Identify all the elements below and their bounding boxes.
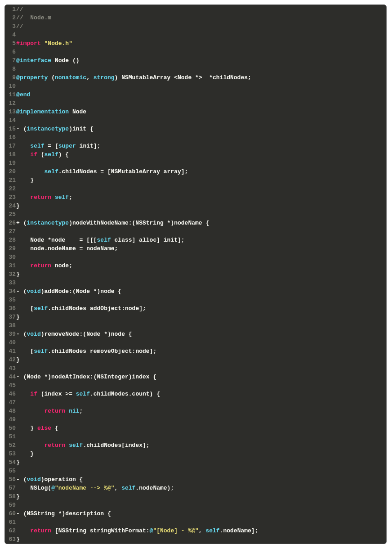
code-line: @interface Node () [16, 57, 79, 64]
code-line: @implementation Node [16, 108, 86, 115]
code-token: "Node.h" [45, 40, 72, 47]
code-token: } [16, 459, 20, 466]
code-token: ) NSMutableArray <Node *> *childNodes; [115, 74, 251, 81]
code-line: - (void)addNode:(Node *)node { [16, 288, 121, 295]
code-line: } else { [16, 425, 58, 432]
code-line: [self.childNodes removeObject:node]; [16, 348, 156, 355]
code-token: nonatomic [55, 74, 86, 81]
code-token: return [45, 408, 66, 414]
code-token: void [27, 288, 41, 295]
code-token: - (Node *)nodeAtIndex:(NSInteger)index { [16, 374, 156, 380]
code-token: self [205, 527, 219, 534]
code-token: ( [48, 74, 55, 81]
code-token [16, 143, 30, 149]
code-token: .nodeName); [135, 485, 174, 491]
code-token: if [30, 391, 37, 397]
code-token: ; [80, 408, 83, 414]
code-token [16, 527, 30, 534]
code-token [51, 194, 55, 201]
code-token: ) { [58, 151, 69, 158]
code-line: node.nodeName = nodeName; [16, 245, 118, 252]
code-token: .childNodes = [NSMutableArray array]; [58, 168, 188, 175]
code-token: } [16, 271, 20, 278]
code-line: // [16, 6, 23, 13]
code-token: @implementation [16, 108, 69, 115]
code-token: self [34, 348, 48, 355]
code-token: .nodeName]; [220, 527, 258, 534]
code-token: } [16, 493, 20, 500]
code-token: return [30, 194, 51, 201]
line-number-gutter: 1 2 3 4 5 6 7 8 9 10 11 12 13 14 15 16 1… [5, 5, 16, 544]
code-line: return node; [16, 262, 72, 269]
code-token: } [16, 314, 20, 320]
code-line: } [16, 450, 34, 457]
code-token: } [16, 177, 34, 184]
code-token [65, 442, 69, 449]
code-token: )removeNode:(Node *)node { [41, 331, 132, 338]
code-token: "nodeName --> %@" [55, 485, 115, 491]
code-content[interactable]: // // Node.m // #import "Node.h" @interf… [16, 5, 386, 544]
code-token: } [16, 450, 34, 457]
code-token: { [51, 425, 58, 432]
code-token: void [27, 331, 41, 338]
code-token: , [115, 485, 122, 491]
code-token: ( [37, 151, 45, 158]
code-token: strong [94, 74, 115, 81]
code-token [16, 391, 30, 397]
code-token: @interface [16, 57, 51, 64]
code-line: } [16, 177, 34, 184]
code-token: } [16, 356, 20, 363]
code-token: .childNodes.count) { [90, 391, 160, 397]
code-token: NSLog( [16, 485, 51, 491]
code-token: } [16, 536, 20, 543]
code-token [16, 442, 44, 449]
code-token: return [30, 527, 51, 534]
code-token: )nodeWithNodeName:(NSString *)nodeName { [69, 220, 209, 226]
code-line: } [16, 314, 20, 320]
code-token [65, 408, 69, 414]
code-token: if [30, 151, 37, 158]
code-token [16, 262, 30, 269]
code-token: } [16, 202, 20, 209]
code-token: #import [16, 40, 44, 47]
code-line: @end [16, 91, 30, 98]
code-token: return [30, 262, 51, 269]
code-token: , [199, 527, 206, 534]
code-line: - (void)removeNode:(Node *)node { [16, 331, 132, 338]
code-token: Node *node = [[[ [16, 237, 97, 243]
code-line: Node *node = [[[self class] alloc] init]… [16, 237, 184, 243]
code-token: class] alloc] init]; [111, 237, 185, 243]
code-line: return self.childNodes[index]; [16, 442, 150, 449]
code-token: self [97, 237, 111, 243]
code-token: // [16, 6, 23, 13]
code-token: .childNodes removeObject:node]; [48, 348, 156, 355]
code-token: (index >= [37, 391, 76, 397]
code-token: .childNodes[index]; [83, 442, 149, 449]
code-token: instancetype [27, 126, 69, 132]
code-token: node; [51, 262, 72, 269]
code-token: - ( [16, 476, 27, 483]
code-line: } [16, 493, 20, 500]
code-token: nil [69, 408, 79, 414]
code-token: Node [69, 108, 86, 115]
code-token: Node () [51, 57, 79, 64]
code-table: 1 2 3 4 5 6 7 8 9 10 11 12 13 14 15 16 1… [5, 5, 386, 544]
code-token [16, 151, 30, 158]
code-token: - (NSString *)description { [16, 510, 111, 517]
code-line: - (instancetype)init { [16, 126, 94, 132]
code-line: return nil; [16, 408, 83, 414]
code-token: )addNode:(Node *)node { [41, 288, 121, 295]
code-token: ; [69, 194, 72, 201]
code-line: } [16, 271, 20, 278]
code-token [16, 194, 30, 201]
code-token: node.nodeName = nodeName; [16, 245, 118, 252]
code-token: self [55, 194, 69, 201]
code-line: self = [super init]; [16, 143, 100, 149]
code-line: return self; [16, 194, 72, 201]
code-token: , [86, 74, 94, 81]
code-token: super [58, 143, 76, 149]
code-line: } [16, 536, 20, 543]
code-token: else [37, 425, 51, 432]
code-token: [ [16, 348, 34, 355]
code-token: return [45, 442, 66, 449]
